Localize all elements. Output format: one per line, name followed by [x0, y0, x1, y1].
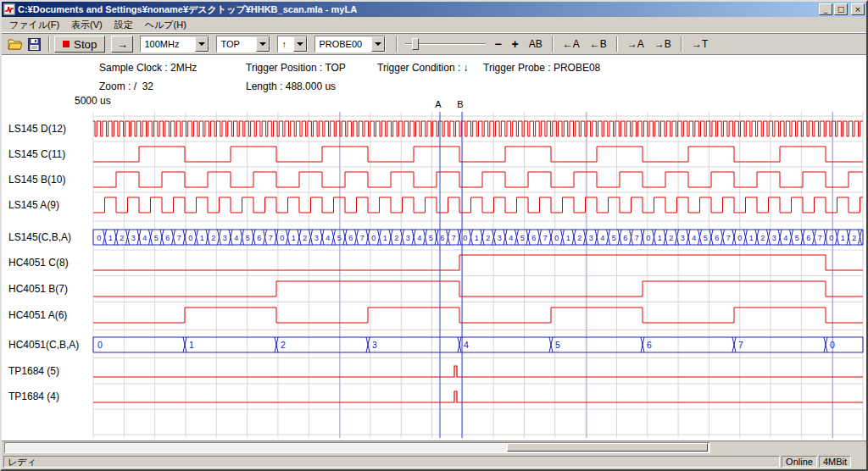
open-file-icon[interactable] — [7, 36, 24, 52]
zoom-slider-thumb[interactable] — [412, 38, 419, 50]
minimize-button[interactable]: _ — [819, 3, 832, 15]
bus-value: 4 — [600, 234, 604, 242]
trigger-condition-info: Trigger Condition : ↓ — [377, 62, 469, 74]
zoom-out-button[interactable]: − — [489, 36, 506, 52]
toolbar-separator — [681, 36, 682, 52]
goto-trigger-button[interactable]: →T — [687, 37, 713, 51]
bus-value: 5 — [246, 234, 250, 242]
waveform-area: LS145 D(12)LS145 C(11)LS145 B(10)LS145 A… — [2, 55, 866, 441]
bus-value: 2 — [852, 234, 856, 242]
wave-trace — [93, 172, 863, 187]
dropdown-arrow-icon[interactable] — [195, 36, 209, 52]
channel-label: LS145 D(12) — [8, 123, 66, 135]
goto-cursor-a-left-button[interactable]: ←A — [558, 37, 585, 51]
goto-cursor-b-left-button[interactable]: ←B — [585, 37, 612, 51]
bus-value: 3 — [314, 234, 319, 242]
bus-value: 6 — [715, 234, 719, 242]
bus-value: 2 — [211, 234, 215, 242]
scrollbar-thumb[interactable] — [507, 443, 708, 452]
menu-help[interactable]: ヘルプ(H) — [139, 17, 192, 33]
save-icon[interactable] — [25, 36, 42, 52]
sample-rate-select[interactable]: 100MHz — [140, 36, 209, 53]
stop-icon — [63, 41, 70, 47]
length-info: Length : 488.000 us — [246, 80, 336, 92]
channel-label: LS145 A(9) — [8, 199, 59, 211]
bus-value: 5 — [795, 234, 799, 242]
menu-settings[interactable]: 設定 — [108, 17, 139, 33]
wave-trace — [93, 121, 863, 136]
bus-value: 0 — [646, 234, 650, 242]
app-icon — [3, 3, 15, 15]
bus-value: 0 — [188, 234, 192, 242]
toolbar-separator — [616, 36, 618, 52]
bus-value: 0 — [554, 234, 559, 242]
status-online: Online — [782, 456, 817, 468]
sample-rate-value: 100MHz — [141, 36, 195, 52]
trigger-probe-info: Trigger Probe : PROBE08 — [483, 62, 600, 74]
bus-value: 5 — [612, 234, 616, 242]
bus-value: 6 — [623, 234, 627, 242]
dropdown-arrow-icon[interactable] — [293, 36, 307, 52]
bus-value: 1 — [658, 234, 662, 242]
bus-value: 6 — [257, 234, 261, 242]
bus-value: 0 — [829, 234, 833, 242]
sample-clock-info: Sample Clock : 2MHz — [99, 62, 197, 74]
bus-value: 2 — [120, 234, 124, 242]
maximize-button[interactable]: □ — [834, 3, 848, 15]
bus-value: 2 — [760, 234, 765, 242]
bus-value: 7 — [818, 234, 822, 242]
bus-value: 5 — [154, 234, 159, 242]
trigger-pos-select[interactable]: TOP — [216, 36, 270, 53]
app-window: C:¥Documents and Settings¥noname¥デスクトップ¥… — [0, 0, 868, 471]
title-bar[interactable]: C:¥Documents and Settings¥noname¥デスクトップ¥… — [2, 2, 866, 17]
bus-value: 4 — [692, 234, 696, 242]
bus-value: 2 — [281, 340, 286, 350]
probe-select[interactable]: PROBE00 — [314, 36, 386, 53]
bus-value: 6 — [647, 340, 652, 350]
bus-value: 7 — [543, 234, 548, 242]
bus-value: 4 — [417, 234, 421, 242]
status-memory: 4MBit — [819, 456, 851, 468]
zoom-info: Zoom : / 32 — [99, 80, 153, 92]
dropdown-arrow-icon[interactable] — [256, 36, 270, 52]
bus-value: 5 — [555, 340, 560, 350]
bus-value: 0 — [371, 234, 376, 242]
trigger-edge-select[interactable]: ↑ — [277, 36, 308, 53]
toolbar-separator — [396, 36, 398, 52]
goto-cursor-a-right-button[interactable]: →A — [622, 37, 649, 51]
bus-value: 0 — [830, 340, 835, 350]
zoom-slider[interactable] — [405, 37, 486, 51]
bus-value: 7 — [269, 234, 273, 242]
menu-bar: ファイル(F) 表示(V) 設定 ヘルプ(H) — [2, 17, 866, 33]
bus-value: 4 — [326, 234, 330, 242]
bus-value: 2 — [669, 234, 673, 242]
bus-value: 0 — [280, 234, 284, 242]
bus-value: 2 — [486, 234, 490, 242]
window-controls: _ □ × — [819, 3, 865, 15]
menu-file[interactable]: ファイル(F) — [3, 17, 65, 33]
scroll-strip — [2, 441, 866, 454]
waveform-display[interactable]: LS145 D(12)LS145 C(11)LS145 B(10)LS145 A… — [2, 55, 866, 441]
status-ready: レディ — [3, 456, 780, 468]
bus-value: 0 — [97, 340, 103, 350]
bus-value: 3 — [372, 340, 377, 350]
bus-value: 6 — [165, 234, 170, 242]
dropdown-arrow-icon[interactable] — [371, 36, 385, 52]
bus-value: 7 — [738, 340, 743, 350]
horizontal-scrollbar[interactable] — [4, 442, 710, 453]
wave-trace — [93, 147, 863, 162]
status-bar: レディ Online 4MBit — [2, 454, 866, 469]
stop-button[interactable]: Stop — [54, 36, 105, 53]
close-button[interactable]: × — [851, 3, 865, 15]
run-button[interactable]: → — [111, 36, 133, 53]
menu-view[interactable]: 表示(V) — [65, 17, 108, 33]
zoom-in-button[interactable]: + — [507, 36, 524, 52]
trigger-pos-value: TOP — [217, 36, 256, 52]
channel-label: HC4051 A(6) — [8, 309, 67, 321]
goto-cursor-b-right-button[interactable]: →B — [649, 37, 676, 51]
wave-trace — [93, 197, 863, 213]
bus-value: 7 — [635, 234, 639, 242]
bus-value: 6 — [806, 234, 810, 242]
ab-button[interactable]: AB — [524, 37, 548, 51]
bus-value: 1 — [566, 234, 570, 242]
